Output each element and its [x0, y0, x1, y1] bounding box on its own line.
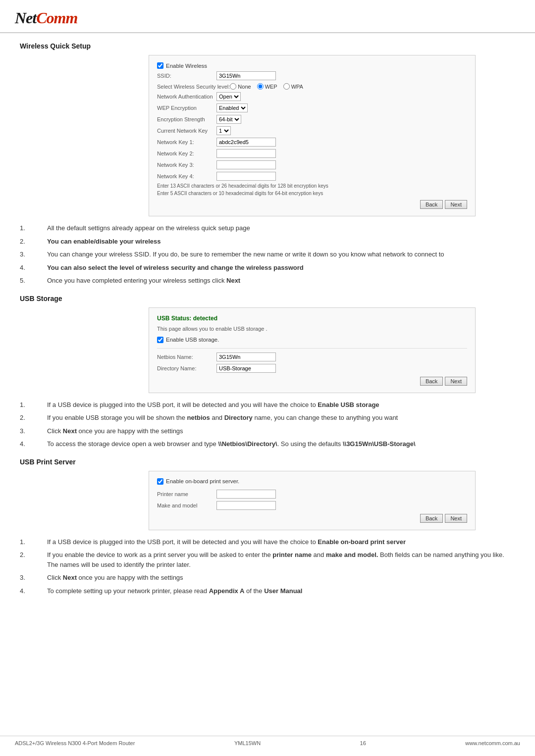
enable-wireless-label: Enable Wireless — [166, 63, 207, 69]
print-next-button[interactable]: Next — [445, 514, 467, 523]
list-item: 1. If a USB device is plugged into the U… — [20, 400, 515, 410]
item-num: 1. — [20, 223, 47, 233]
security-wpa-radio[interactable] — [283, 83, 290, 90]
usb-back-button[interactable]: Back — [420, 377, 443, 386]
hint2: Enter 5 ASCII characters or 10 hexadecim… — [157, 191, 467, 196]
network-key4-label: Network Key 4: — [157, 173, 216, 179]
item-num: 1. — [20, 400, 47, 410]
wireless-instructions: 1. All the default settigns already appe… — [20, 223, 515, 286]
wireless-btn-row: Back Next — [157, 200, 467, 209]
network-key2-label: Network Key 2: — [157, 151, 216, 156]
usb-btn-row: Back Next — [157, 377, 467, 386]
item-num: 4. — [20, 439, 47, 449]
hint1: Enter 13 ASCII characters or 26 hexadeci… — [157, 183, 467, 189]
usb-print-instructions: 1. If a USB device is plugged into the U… — [20, 537, 515, 596]
item-text: If you enable USB storage you will be sh… — [47, 413, 515, 423]
directory-input[interactable] — [216, 364, 276, 373]
footer-right: www.netcomm.com.au — [465, 740, 520, 746]
ssid-label: SSID: — [157, 73, 216, 79]
network-auth-label: Network Authentication — [157, 94, 216, 100]
page-footer: ADSL2+/3G Wireless N300 4-Port Modem Rou… — [0, 736, 535, 746]
wireless-section-title: Wireless Quick Setup — [20, 42, 515, 50]
item-num: 3. — [20, 250, 47, 259]
security-wep-option[interactable]: WEP — [257, 83, 277, 90]
network-key2-row: Network Key 2: — [157, 149, 467, 158]
print-back-button[interactable]: Back — [420, 514, 443, 523]
item-text: You can also select the level of wireles… — [47, 263, 515, 273]
make-model-label: Make and model — [157, 503, 216, 508]
footer-model: YML15WN — [234, 740, 261, 746]
security-none-option[interactable]: None — [230, 83, 251, 90]
list-item: 4. To access the storage device open a w… — [20, 439, 515, 449]
item-num: 4. — [20, 586, 47, 596]
item-text: To access the storage device open a web … — [47, 439, 515, 449]
usb-print-panel: Enable on-board print server. Printer na… — [149, 471, 476, 530]
enable-wireless-checkbox[interactable] — [157, 62, 163, 69]
network-auth-select[interactable]: Open — [216, 92, 241, 101]
encryption-strength-row: Encryption Strength 64-bit — [157, 115, 467, 124]
list-item: 5. Once you have completed entering your… — [20, 276, 515, 286]
wep-encryption-label: WEP Encryption — [157, 105, 216, 111]
network-key1-input[interactable] — [216, 138, 276, 147]
security-wep-radio[interactable] — [257, 83, 264, 90]
list-item: 3. Click Next once you are happy with th… — [20, 573, 515, 583]
list-item: 4. To complete setting up your network p… — [20, 586, 515, 596]
printer-name-input[interactable] — [216, 490, 276, 499]
usb-next-button[interactable]: Next — [445, 377, 467, 386]
footer-left: ADSL2+/3G Wireless N300 4-Port Modem Rou… — [15, 740, 135, 746]
item-text: If a USB device is plugged into the USB … — [47, 537, 515, 547]
enable-usb-storage-checkbox[interactable] — [157, 337, 163, 343]
enable-usb-label: Enable USB storage. — [166, 337, 219, 343]
network-key3-label: Network Key 3: — [157, 162, 216, 168]
item-text: Click Next once you are happy with the s… — [47, 426, 515, 436]
enable-print-server-checkbox[interactable] — [157, 478, 163, 485]
directory-row: Directory Name: — [157, 364, 467, 373]
list-item: 1. If a USB device is plugged into the U… — [20, 537, 515, 547]
list-item: 3. You can change your wireless SSID. If… — [20, 250, 515, 259]
current-network-key-label: Current Network Key — [157, 128, 216, 134]
wireless-form-panel: Enable Wireless SSID: Select Wireless Se… — [149, 55, 476, 216]
enable-print-row: Enable on-board print server. — [157, 478, 467, 485]
network-key1-row: Network Key 1: — [157, 138, 467, 147]
wireless-back-button[interactable]: Back — [420, 200, 443, 209]
item-text: To complete setting up your network prin… — [47, 586, 515, 596]
network-key3-input[interactable] — [216, 160, 276, 169]
ssid-input[interactable] — [216, 71, 276, 80]
list-item: 4. You can also select the level of wire… — [20, 263, 515, 273]
item-text: Once you have completed entering your wi… — [47, 276, 515, 286]
usb-status: USB Status: detected — [157, 315, 467, 322]
item-text: You can change your wireless SSID. If yo… — [47, 250, 515, 259]
item-num: 2. — [20, 237, 47, 247]
item-num: 2. — [20, 550, 47, 569]
wireless-next-button[interactable]: Next — [445, 200, 467, 209]
logo-net: Net — [15, 9, 36, 27]
wep-encryption-select[interactable]: Enabled — [216, 103, 248, 112]
list-item: 2. You can enable/disable your wireless — [20, 237, 515, 247]
list-item: 2. If you enable the device to work as a… — [20, 550, 515, 569]
network-key4-input[interactable] — [216, 172, 276, 181]
ssid-row: SSID: — [157, 71, 467, 80]
item-text: If a USB device is plugged into the USB … — [47, 400, 515, 410]
make-model-input[interactable] — [216, 501, 276, 510]
printer-name-label: Printer name — [157, 491, 216, 497]
network-key1-label: Network Key 1: — [157, 139, 216, 145]
item-num: 3. — [20, 426, 47, 436]
usb-description: This page allows you to enable USB stora… — [157, 326, 467, 332]
security-none-radio[interactable] — [230, 83, 236, 90]
list-item: 3. Click Next once you are happy with th… — [20, 426, 515, 436]
logo-comm: Comm — [36, 9, 77, 27]
main-content: Wireless Quick Setup Enable Wireless SSI… — [0, 33, 535, 634]
enable-print-label: Enable on-board print server. — [166, 478, 239, 484]
security-wpa-option[interactable]: WPA — [283, 83, 303, 90]
page-header: NetComm — [0, 0, 535, 33]
security-level-label: Select Wireless Security level: — [157, 84, 230, 90]
wep-encryption-row: WEP Encryption Enabled — [157, 103, 467, 112]
encryption-strength-select[interactable]: 64-bit — [216, 115, 241, 124]
netbios-input[interactable] — [216, 353, 276, 361]
print-btn-row: Back Next — [157, 514, 467, 523]
network-key2-input[interactable] — [216, 149, 276, 158]
current-network-key-select[interactable]: 1 — [216, 126, 231, 135]
item-text: Click Next once you are happy with the s… — [47, 573, 515, 583]
current-network-key-row: Current Network Key 1 — [157, 126, 467, 135]
item-text: All the default settigns already appear … — [47, 223, 515, 233]
